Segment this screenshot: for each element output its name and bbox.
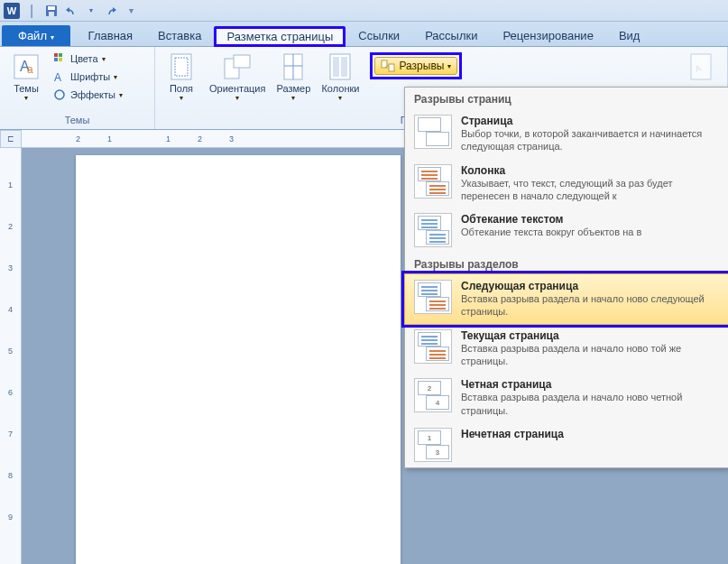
undo-drop-icon[interactable]: ▾ [83, 3, 99, 19]
colors-button[interactable]: Цвета ▾ [51, 51, 124, 67]
columns-button[interactable]: Колонки▾ [318, 51, 363, 104]
file-tab-label: Файл [18, 29, 47, 42]
dd-desc: Выбор точки, в которой заканчивается и н… [461, 127, 719, 153]
watermark-button[interactable]: A [680, 51, 722, 85]
orientation-icon [223, 52, 252, 81]
dd-item-textwrap[interactable]: Обтекание текстом Обтекание текста вокру… [405, 208, 728, 253]
margins-label: Поля [170, 83, 193, 94]
svg-rect-7 [59, 53, 62, 57]
svg-rect-6 [54, 53, 58, 57]
dd-title: Обтекание текстом [461, 213, 719, 226]
tab-home[interactable]: Главная [76, 25, 145, 46]
size-label: Размер [277, 83, 311, 94]
dd-desc: Обтекание текста вокруг объектов на в [461, 226, 719, 238]
size-icon [279, 52, 308, 81]
svg-rect-9 [59, 58, 62, 61]
fonts-button[interactable]: A Шрифты ▾ [51, 69, 124, 85]
dd-item-page[interactable]: Страница Выбор точки, в которой заканчив… [405, 109, 728, 159]
document-page[interactable] [76, 155, 401, 564]
undo-icon[interactable] [63, 3, 79, 19]
tab-references[interactable]: Ссылки [346, 25, 412, 46]
tab-mailings[interactable]: Рассылки [412, 25, 490, 46]
svg-rect-1 [48, 6, 55, 10]
redo-icon[interactable] [103, 3, 119, 19]
themes-label: Темы [14, 83, 39, 94]
svg-rect-20 [333, 57, 339, 77]
breaks-button[interactable]: Разрывы ▾ [374, 57, 457, 75]
svg-text:a: a [27, 63, 33, 76]
vertical-ruler[interactable]: 1 2 3 4 5 6 7 8 9 [0, 148, 22, 564]
orientation-button[interactable]: Ориентация▾ [206, 51, 269, 104]
continuous-section-icon [414, 329, 452, 364]
dd-section-sections: Разрывы разделов [405, 253, 728, 274]
dd-desc: Вставка разрыва раздела и начало ново то… [461, 342, 719, 368]
colors-icon [52, 51, 67, 66]
margins-button[interactable]: Поля▾ [161, 51, 202, 104]
themes-icon: Aa [12, 52, 41, 81]
effects-label: Эффекты [70, 89, 115, 100]
colors-label: Цвета [70, 53, 98, 64]
svg-rect-15 [234, 55, 250, 68]
dd-item-odd-page[interactable]: 13 Нечетная страница [405, 422, 728, 467]
orientation-label: Ориентация [209, 83, 265, 94]
tab-page-layout[interactable]: Разметка страницы [214, 26, 346, 47]
effects-icon [52, 88, 67, 102]
qat-sep-icon: | [23, 3, 40, 19]
watermark-icon: A [687, 52, 715, 81]
size-button[interactable]: Размер▾ [272, 51, 314, 104]
breaks-highlight: Разрывы ▾ [370, 52, 462, 79]
textwrap-break-icon [414, 213, 452, 247]
dd-desc: Вставка разрыва раздела и начало ново че… [461, 391, 719, 417]
svg-rect-2 [49, 12, 54, 16]
effects-button[interactable]: Эффекты ▾ [51, 87, 124, 103]
svg-rect-8 [54, 58, 58, 61]
even-page-section-icon: 24 [414, 378, 452, 412]
word-logo-icon: W [4, 3, 20, 19]
tab-review[interactable]: Рецензирование [490, 25, 605, 46]
next-page-section-icon [414, 280, 452, 314]
svg-rect-23 [389, 64, 394, 71]
dd-title: Нечетная страница [461, 428, 719, 440]
tab-view[interactable]: Вид [606, 25, 653, 46]
fonts-label: Шрифты [70, 71, 110, 82]
title-bar: W | ▾ ▾ [0, 0, 728, 22]
dd-desc: Вставка разрыва раздела и начало ново сл… [461, 292, 719, 319]
themes-button[interactable]: Aa Темы ▾ [5, 51, 47, 104]
dd-title: Страница [461, 115, 719, 127]
svg-rect-21 [341, 57, 347, 77]
columns-label: Колонки [321, 83, 359, 94]
dd-item-next-page[interactable]: Следующая страница Вставка разрыва разде… [404, 273, 728, 325]
group-themes-label: Темы [5, 115, 149, 125]
dd-item-continuous[interactable]: Текущая страница Вставка разрыва раздела… [405, 324, 728, 374]
page-break-icon [414, 115, 452, 149]
chevron-down-icon: ▾ [24, 94, 28, 102]
columns-icon [326, 52, 355, 81]
dd-title: Следующая страница [461, 280, 719, 292]
fonts-icon: A [52, 69, 67, 84]
dd-title: Четная страница [461, 378, 719, 391]
svg-text:A: A [54, 71, 61, 83]
save-icon[interactable] [43, 3, 60, 19]
qat-customize-icon[interactable]: ▾ [123, 3, 139, 19]
tab-insert[interactable]: Вставка [145, 25, 214, 46]
svg-point-11 [55, 90, 64, 99]
dd-item-column[interactable]: Колонка Указывает, что текст, следующий … [405, 159, 728, 208]
ribbon-tabs: Файл ▾ Главная Вставка Разметка страницы… [0, 22, 728, 47]
dd-desc: Указывает, что текст, следующий за раз б… [461, 177, 719, 203]
breaks-dropdown: Разрывы страниц Страница Выбор точки, в … [404, 87, 728, 468]
margins-icon [167, 52, 196, 81]
chevron-down-icon: ▾ [447, 62, 451, 70]
odd-page-section-icon: 13 [414, 428, 452, 462]
breaks-label: Разрывы [399, 60, 444, 72]
breaks-icon [381, 60, 395, 72]
dd-item-even-page[interactable]: 24 Четная страница Вставка разрыва разде… [405, 373, 728, 422]
file-tab[interactable]: Файл ▾ [2, 25, 70, 46]
group-themes: Aa Темы ▾ Цвета ▾ A Шрифты ▾ Эффекты ▾ [0, 47, 155, 129]
column-break-icon [414, 164, 452, 199]
dd-section-pages: Разрывы страниц [405, 88, 728, 109]
dd-title: Текущая страница [461, 329, 719, 342]
dd-title: Колонка [461, 164, 719, 177]
